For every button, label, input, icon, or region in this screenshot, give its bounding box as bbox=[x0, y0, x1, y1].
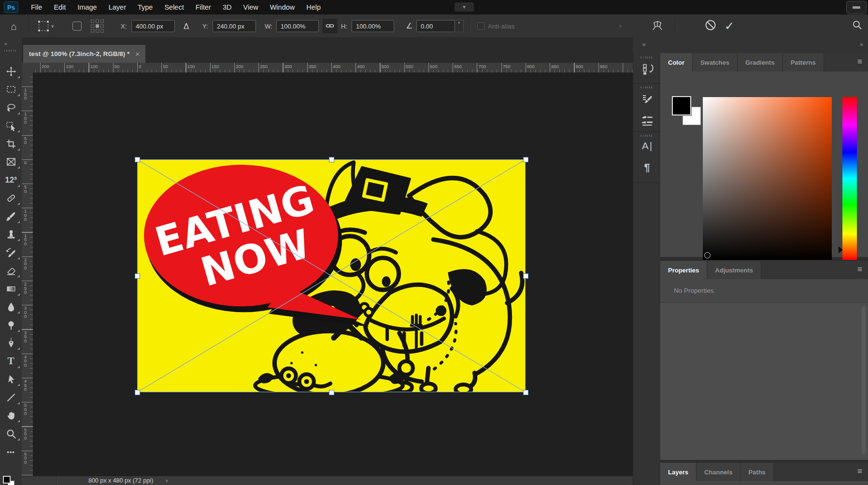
frame-tool[interactable] bbox=[0, 153, 22, 171]
transform-handle-middle-left[interactable] bbox=[135, 273, 140, 279]
transform-handle-middle-right[interactable] bbox=[523, 273, 528, 279]
close-tab-icon[interactable]: × bbox=[135, 50, 140, 58]
canvas-document[interactable]: EATING NOW bbox=[137, 159, 526, 392]
menu-item-3d[interactable]: 3D bbox=[217, 0, 238, 14]
move-tool[interactable] bbox=[0, 62, 22, 81]
interpolation-chevron-icon[interactable]: ▾ bbox=[619, 23, 622, 29]
dock-grip[interactable] bbox=[640, 57, 654, 58]
dock-collapse-icon[interactable]: « bbox=[642, 41, 646, 48]
rotation-input[interactable]: 0.00 bbox=[416, 20, 455, 32]
blur-tool[interactable] bbox=[0, 298, 22, 316]
tab-swatches[interactable]: Swatches bbox=[693, 53, 738, 71]
warp-mode-button[interactable] bbox=[651, 19, 664, 33]
color-panel-menu-icon[interactable]: ≡ bbox=[857, 57, 862, 67]
window-minimize-button[interactable] bbox=[846, 1, 867, 14]
spot-healing-brush-tool[interactable] bbox=[0, 189, 22, 208]
dock-grip[interactable] bbox=[640, 86, 654, 88]
transform-handle-bottom-center[interactable] bbox=[329, 390, 334, 395]
anti-alias-checkbox[interactable] bbox=[477, 22, 484, 29]
count-tool[interactable]: 12³ bbox=[0, 171, 22, 189]
dodge-tool[interactable] bbox=[0, 316, 22, 334]
relative-positioning-icon[interactable]: Δ bbox=[184, 22, 189, 30]
toolbar-grip[interactable] bbox=[4, 50, 17, 52]
transform-handle-top-left[interactable] bbox=[135, 157, 140, 162]
dock-expand-icon[interactable]: » bbox=[860, 41, 863, 48]
object-selection-tool[interactable] bbox=[0, 117, 22, 135]
color-saturation-square[interactable] bbox=[703, 97, 832, 260]
type-tool[interactable]: T bbox=[0, 352, 22, 371]
vertical-ruler[interactable]: 1 5 01 0 05 005 01 0 01 5 02 0 02 5 03 0… bbox=[22, 72, 33, 476]
layers-panel-menu-icon[interactable]: ≡ bbox=[857, 467, 862, 476]
tab-properties[interactable]: Properties bbox=[660, 261, 707, 279]
menu-item-help[interactable]: Help bbox=[300, 0, 327, 14]
menu-item-layer[interactable]: Layer bbox=[103, 0, 132, 14]
rectangular-marquee-tool[interactable] bbox=[0, 81, 22, 99]
history-panel-button[interactable] bbox=[641, 63, 654, 75]
menu-item-view[interactable]: View bbox=[238, 0, 264, 14]
menu-item-file[interactable]: File bbox=[25, 0, 48, 14]
character-panel-button[interactable]: A| bbox=[642, 140, 652, 152]
transform-handle-top-center[interactable] bbox=[329, 157, 334, 162]
ruler-corner[interactable] bbox=[22, 63, 33, 73]
hand-tool[interactable] bbox=[0, 407, 22, 425]
zoom-tool[interactable] bbox=[0, 425, 22, 443]
tab-layers[interactable]: Layers bbox=[660, 463, 697, 481]
height-input[interactable]: 100.00% bbox=[352, 20, 394, 32]
transform-handle-bottom-right[interactable] bbox=[523, 390, 528, 395]
canvas-artwork[interactable]: EATING NOW bbox=[137, 159, 526, 392]
foreground-color-chip[interactable] bbox=[672, 96, 691, 115]
toolbar-expand-icon[interactable]: » bbox=[4, 41, 7, 46]
transform-handle-top-right[interactable] bbox=[523, 157, 528, 162]
tab-gradients[interactable]: Gradients bbox=[738, 53, 783, 71]
home-icon[interactable]: ⌂ bbox=[11, 21, 17, 31]
brush-tool[interactable] bbox=[0, 207, 22, 226]
hue-slider[interactable] bbox=[842, 97, 857, 260]
menu-item-type[interactable]: Type bbox=[132, 0, 158, 14]
maintain-aspect-ratio-button[interactable] bbox=[323, 19, 337, 33]
clone-stamp-tool[interactable] bbox=[0, 226, 22, 244]
reference-point-locator[interactable] bbox=[91, 19, 104, 32]
pen-tool[interactable] bbox=[0, 334, 22, 353]
horizontal-ruler[interactable]: 2001501005005010015020025030035040045050… bbox=[33, 63, 633, 73]
search-button[interactable] bbox=[852, 20, 863, 32]
properties-panel-menu-icon[interactable]: ≡ bbox=[857, 265, 862, 274]
eraser-tool[interactable] bbox=[0, 262, 22, 280]
width-input[interactable]: 100.00% bbox=[276, 20, 319, 32]
reference-point-toggle[interactable] bbox=[72, 21, 82, 30]
transform-handle-bottom-left[interactable] bbox=[135, 390, 140, 395]
edit-toolbar-button[interactable]: ••• bbox=[0, 443, 22, 461]
canvas-viewport[interactable]: EATING NOW bbox=[33, 72, 633, 476]
tab-patterns[interactable]: Patterns bbox=[783, 53, 824, 71]
scrollbar[interactable] bbox=[862, 307, 866, 454]
document-tab[interactable]: test @ 100% (7.3inch-2, RGB/8) * × bbox=[23, 45, 145, 63]
tab-paths[interactable]: Paths bbox=[740, 463, 773, 481]
menu-item-select[interactable]: Select bbox=[158, 0, 189, 14]
cancel-transform-button[interactable] bbox=[704, 19, 717, 33]
brush-settings-panel-button[interactable] bbox=[641, 93, 654, 105]
tool-preset-chevron-icon[interactable]: ▾ bbox=[51, 23, 54, 29]
status-chevron-icon[interactable]: › bbox=[166, 476, 168, 485]
color-cursor[interactable] bbox=[704, 252, 711, 258]
gradient-tool[interactable] bbox=[0, 280, 22, 298]
document-size-status[interactable]: 800 px x 480 px (72 ppi) bbox=[60, 476, 181, 485]
dock-grip[interactable] bbox=[640, 135, 654, 137]
line-tool[interactable] bbox=[0, 388, 22, 407]
lasso-tool[interactable] bbox=[0, 99, 22, 117]
transform-tool-icon[interactable] bbox=[39, 21, 48, 31]
tab-adjustments[interactable]: Adjustments bbox=[707, 261, 761, 279]
brushes-panel-button[interactable] bbox=[640, 114, 654, 127]
menu-item-edit[interactable]: Edit bbox=[48, 0, 71, 14]
y-position-input[interactable]: 240.00 px bbox=[213, 20, 256, 32]
paragraph-panel-button[interactable]: ¶ bbox=[644, 161, 650, 174]
menubar-overflow-chevron[interactable]: ▾ bbox=[455, 2, 474, 12]
tab-color[interactable]: Color bbox=[660, 53, 693, 71]
x-position-input[interactable]: 400.00 px bbox=[131, 20, 175, 32]
hue-slider-pointer[interactable] bbox=[839, 246, 843, 253]
menu-item-filter[interactable]: Filter bbox=[190, 0, 217, 14]
crop-tool[interactable] bbox=[0, 135, 22, 153]
history-brush-tool[interactable] bbox=[0, 243, 22, 262]
menu-item-image[interactable]: Image bbox=[71, 0, 102, 14]
tab-channels[interactable]: Channels bbox=[697, 463, 741, 481]
commit-transform-button[interactable]: ✓ bbox=[725, 20, 734, 32]
foreground-color-swatch[interactable] bbox=[3, 476, 11, 484]
